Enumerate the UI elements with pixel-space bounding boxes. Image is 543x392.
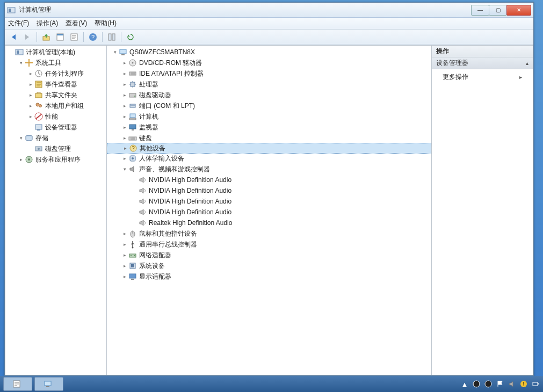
tree-item[interactable]: ▸任务计划程序 <box>5 68 106 79</box>
tree-item[interactable]: 设备管理器 <box>5 122 106 133</box>
tree-item[interactable]: ▸性能 <box>5 111 106 122</box>
tree-item[interactable]: ▸服务和应用程序 <box>5 154 106 165</box>
tree-item[interactable]: ▸键盘 <box>107 133 431 143</box>
tree-item-label: Realtek High Definition Audio <box>149 219 232 227</box>
refresh-button[interactable] <box>124 31 137 43</box>
tree-item[interactable]: ▾系统工具 <box>5 57 106 68</box>
tree-item[interactable]: ▸监视器 <box>107 122 431 133</box>
expander-closed-icon[interactable]: ▸ <box>27 103 34 108</box>
expander-closed-icon[interactable]: ▸ <box>121 125 128 130</box>
tree-item[interactable]: ▸事件查看器 <box>5 79 106 90</box>
expander-closed-icon[interactable]: ▸ <box>17 157 25 162</box>
expander-closed-icon[interactable]: ▸ <box>121 231 128 236</box>
tree-item[interactable]: ▸其他设备 <box>107 143 431 154</box>
more-actions-item[interactable]: 更多操作 ▸ <box>432 69 533 85</box>
tree-item[interactable]: ▸系统设备 <box>107 260 431 271</box>
tray-chevron-icon[interactable]: ▴ <box>460 380 469 388</box>
tray-qq2-icon[interactable] <box>484 380 493 388</box>
tray-qq-icon[interactable] <box>472 380 481 388</box>
separator <box>121 32 121 42</box>
view-button[interactable] <box>54 31 67 43</box>
tray-flag-icon[interactable] <box>496 380 504 388</box>
expander-closed-icon[interactable]: ▸ <box>121 71 128 76</box>
tree-item[interactable]: 计算机管理(本地) <box>5 47 106 57</box>
expander-closed-icon[interactable]: ▸ <box>121 156 128 161</box>
tree-item[interactable]: NVIDIA High Definition Audio <box>107 207 431 217</box>
cpu-icon <box>128 80 137 89</box>
expander-closed-icon[interactable]: ▸ <box>27 92 34 98</box>
expander-closed-icon[interactable]: ▸ <box>121 92 128 98</box>
tree-item[interactable]: ▸磁盘驱动器 <box>107 90 431 100</box>
taskbar[interactable]: ▴ ! <box>0 376 543 392</box>
titlebar[interactable]: 计算机管理 — ▢ ✕ <box>5 3 533 18</box>
expander-closed-icon[interactable]: ▸ <box>121 242 128 247</box>
help-button[interactable] <box>86 31 99 43</box>
tree-item[interactable]: ▸本地用户和组 <box>5 100 106 111</box>
tree-item[interactable]: ▸端口 (COM 和 LPT) <box>107 100 431 111</box>
maximize-button[interactable]: ▢ <box>489 5 507 16</box>
expander-open-icon[interactable]: ▾ <box>121 166 128 172</box>
expander-open-icon[interactable]: ▾ <box>17 135 25 141</box>
expander-closed-icon[interactable]: ▸ <box>121 103 128 108</box>
forward-button[interactable] <box>21 31 34 43</box>
expander-closed-icon[interactable]: ▸ <box>27 114 34 119</box>
tree-item[interactable]: NVIDIA High Definition Audio <box>107 175 431 185</box>
up-button[interactable] <box>40 31 53 43</box>
window-title: 计算机管理 <box>19 5 472 14</box>
menu-action[interactable]: 操作(A) <box>37 19 58 28</box>
tree-item[interactable]: ▸鼠标和其他指针设备 <box>107 228 431 239</box>
toolbar <box>5 30 533 45</box>
expander-closed-icon[interactable]: ▸ <box>121 114 128 119</box>
navigation-tree[interactable]: 计算机管理(本地)▾系统工具▸任务计划程序▸事件查看器▸共享文件夹▸本地用户和组… <box>5 46 106 166</box>
app-icon <box>7 6 16 14</box>
expander-closed-icon[interactable]: ▸ <box>121 146 129 151</box>
expander-closed-icon[interactable]: ▸ <box>121 135 128 141</box>
tree-item[interactable]: ▸处理器 <box>107 79 431 90</box>
tree-item[interactable]: Realtek High Definition Audio <box>107 217 431 228</box>
tree-item[interactable]: ▾存储 <box>5 133 106 143</box>
tree-item-label: 任务计划程序 <box>45 69 84 78</box>
tree-item-label: 计算机管理(本地) <box>26 48 75 57</box>
tree-item[interactable]: ▸通用串行总线控制器 <box>107 239 431 250</box>
tree-item[interactable]: ▸共享文件夹 <box>5 90 106 100</box>
expander-open-icon[interactable]: ▾ <box>111 49 119 55</box>
tree-item[interactable]: ▸人体学输入设备 <box>107 153 431 164</box>
minimize-button[interactable]: — <box>471 5 489 16</box>
tray-power-icon[interactable] <box>531 380 540 388</box>
back-button[interactable] <box>7 31 20 43</box>
actions-context[interactable]: 设备管理器 ▴ <box>432 57 533 69</box>
columns-button[interactable] <box>105 31 118 43</box>
tree-item[interactable]: ▸DVD/CD-ROM 驱动器 <box>107 57 431 68</box>
expander-closed-icon[interactable]: ▸ <box>121 263 128 268</box>
menu-help[interactable]: 帮助(H) <box>95 19 117 28</box>
expander-closed-icon[interactable]: ▸ <box>121 60 128 66</box>
tree-item[interactable]: ▸IDE ATA/ATAPI 控制器 <box>107 68 431 79</box>
tree-item[interactable]: NVIDIA High Definition Audio <box>107 185 431 196</box>
expander-closed-icon[interactable]: ▸ <box>121 274 128 279</box>
properties-button[interactable] <box>68 31 81 43</box>
expander-closed-icon[interactable]: ▸ <box>27 71 34 76</box>
taskbar-item-1[interactable] <box>3 377 32 391</box>
expander-closed-icon[interactable]: ▸ <box>27 82 34 87</box>
menu-view[interactable]: 查看(V) <box>66 19 87 28</box>
taskbar-item-2[interactable] <box>34 377 63 391</box>
tree-item[interactable]: ▸计算机 <box>107 111 431 122</box>
tree-item[interactable]: ▾QS0WZFC5MABTN8X <box>107 47 431 57</box>
tree-item-label: 设备管理器 <box>45 123 77 132</box>
svg-point-52 <box>473 381 480 387</box>
device-tree[interactable]: ▾QS0WZFC5MABTN8X▸DVD/CD-ROM 驱动器▸IDE ATA/… <box>107 46 431 283</box>
tree-item[interactable]: 磁盘管理 <box>5 143 106 154</box>
tree-item[interactable]: NVIDIA High Definition Audio <box>107 196 431 207</box>
expander-closed-icon[interactable]: ▸ <box>121 82 128 87</box>
tray-security-icon[interactable]: ! <box>519 380 528 388</box>
expander-closed-icon[interactable]: ▸ <box>121 252 128 258</box>
tree-item[interactable]: ▸显示适配器 <box>107 271 431 282</box>
menu-file[interactable]: 文件(F) <box>8 19 29 28</box>
network-icon <box>128 251 137 259</box>
tree-item[interactable]: ▾声音、视频和游戏控制器 <box>107 164 431 175</box>
tray-volume-icon[interactable] <box>508 380 516 388</box>
tree-item[interactable]: ▸网络适配器 <box>107 250 431 260</box>
expander-open-icon[interactable]: ▾ <box>17 60 25 66</box>
navigation-tree-panel: 计算机管理(本地)▾系统工具▸任务计划程序▸事件查看器▸共享文件夹▸本地用户和组… <box>5 45 107 375</box>
close-button[interactable]: ✕ <box>506 5 531 16</box>
